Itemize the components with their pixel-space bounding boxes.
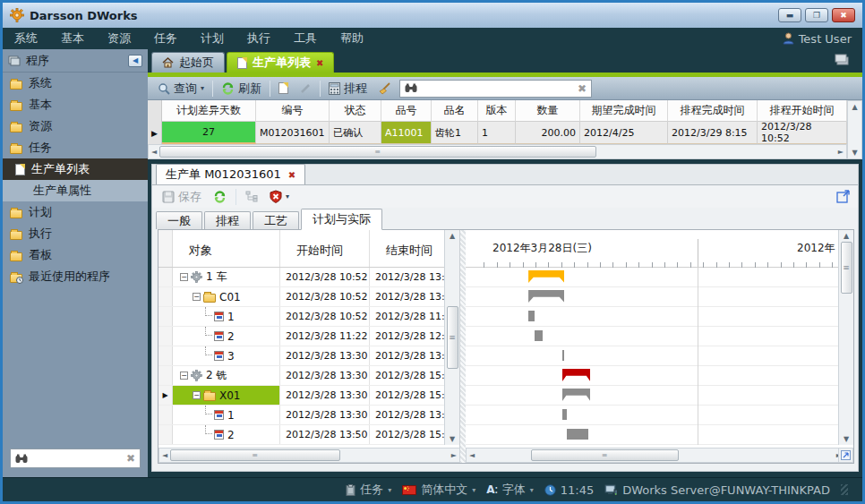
gantt-bar-C01[interactable]: [528, 290, 564, 303]
clear-search-icon[interactable]: ✖: [126, 452, 135, 465]
tree-column-开始时间[interactable]: 开始时间: [280, 230, 370, 267]
sidebar-item-资源[interactable]: 资源: [3, 115, 148, 137]
tree-row[interactable]: −C01 2012/3/28 10:52 2012/3/28 13:40: [158, 287, 459, 307]
column-header-排程完成时间[interactable]: 排程完成时间: [668, 100, 758, 122]
grid-cell-期望完成时间[interactable]: 2012/4/25: [580, 122, 668, 144]
sidebar-item-基本[interactable]: 基本: [3, 94, 148, 115]
clear-filter-icon[interactable]: ✖: [578, 82, 587, 95]
subtab-排程[interactable]: 排程: [204, 211, 251, 229]
menu-item-执行[interactable]: 执行: [236, 31, 282, 45]
menu-item-系统[interactable]: 系统: [3, 31, 49, 45]
menu-item-工具[interactable]: 工具: [282, 31, 329, 45]
grid-cell-数量[interactable]: 200.00: [516, 122, 580, 144]
expander-icon[interactable]: −: [180, 372, 188, 380]
new-button[interactable]: [276, 81, 291, 95]
grid-cell-品名[interactable]: 齿轮1: [432, 122, 478, 144]
menu-item-基本[interactable]: 基本: [49, 31, 96, 45]
tree-row[interactable]: 3 2012/3/28 13:30 2012/3/28 13:40: [158, 346, 459, 366]
column-header-数量[interactable]: 数量: [516, 100, 580, 122]
save-button[interactable]: 保存: [159, 188, 204, 206]
tree-cell-object[interactable]: −1 车: [173, 268, 280, 286]
grid-vertical-scrollbar[interactable]: ▲▼: [847, 100, 862, 159]
detail-document-tab[interactable]: 生产单 M012031601 ✖: [156, 164, 305, 184]
tree-cell-object[interactable]: 1: [173, 307, 280, 326]
grid-data-row[interactable]: ▶27M012031601已确认A11001齿轮11200.002012/4/2…: [148, 122, 847, 144]
grid-cell-排程完成时间[interactable]: 2012/3/29 8:15: [668, 122, 758, 144]
gantt-popout-button[interactable]: [838, 448, 853, 463]
subtab-一般[interactable]: 一般: [156, 211, 202, 229]
detail-refresh-button[interactable]: [210, 189, 229, 204]
schedule-button[interactable]: 排程: [326, 80, 370, 98]
menu-item-帮助[interactable]: 帮助: [329, 31, 375, 45]
sidebar-item-系统[interactable]: 系统: [3, 73, 148, 94]
filter-search-box[interactable]: ✖: [399, 80, 592, 98]
menu-item-任务[interactable]: 任务: [142, 31, 189, 45]
gantt-horizontal-scrollbar[interactable]: ◄ ≡ ►: [466, 448, 845, 463]
tree-row[interactable]: 2 2012/3/28 11:22 2012/3/28 12:00: [158, 327, 459, 346]
expander-icon[interactable]: −: [193, 391, 201, 399]
grid-cell-版本[interactable]: 1: [478, 122, 516, 144]
column-header-版本[interactable]: 版本: [478, 100, 516, 122]
tab-起始页[interactable]: 起始页: [151, 52, 225, 73]
gantt-bar-X01[interactable]: [562, 389, 590, 401]
tree-row[interactable]: −2 铣 2012/3/28 13:30 2012/3/28 15:40: [158, 366, 459, 386]
sidebar-item-执行[interactable]: 执行: [3, 223, 148, 244]
grid-cell-编号[interactable]: M012031601: [256, 122, 330, 144]
task-dropdown-icon[interactable]: ▾: [388, 486, 391, 494]
tree-cell-object[interactable]: −X01: [173, 386, 280, 405]
tree-row[interactable]: 1 2012/3/28 10:52 2012/3/28 11:22: [158, 307, 459, 327]
tree-cell-object[interactable]: 2: [173, 327, 280, 346]
detail-tab-close-icon[interactable]: ✖: [288, 170, 295, 180]
tree-vertical-scrollbar[interactable]: ▲≡▼: [444, 230, 459, 445]
grid-cell-计划差异天数[interactable]: 27: [162, 122, 256, 144]
sidebar-search-box[interactable]: ✖: [10, 448, 141, 468]
window-list-icon[interactable]: [835, 54, 850, 65]
sidebar-item-最近使用的程序[interactable]: 最近使用的程序: [3, 266, 148, 287]
tree-cell-object[interactable]: 3: [173, 346, 280, 365]
close-button[interactable]: ✖: [832, 8, 855, 22]
column-header-期望完成时间[interactable]: 期望完成时间: [580, 100, 668, 122]
grid-cell-排程开始时间[interactable]: 2012/3/28 10:52: [758, 122, 847, 144]
language-menu[interactable]: 简体中文 ▾: [402, 482, 475, 498]
sidebar-item-看板[interactable]: 看板: [3, 244, 148, 266]
tab-生产单列表[interactable]: 生产单列表✖: [227, 52, 334, 73]
sidebar-item-生产单属性[interactable]: 生产单属性: [3, 180, 148, 201]
gantt-bar-1[interactable]: [528, 311, 535, 321]
column-header-品名[interactable]: 品名: [432, 100, 478, 122]
subtab-计划与实际[interactable]: 计划与实际: [301, 209, 382, 230]
sidebar-item-任务[interactable]: 任务: [3, 137, 148, 158]
font-dropdown-icon[interactable]: ▾: [530, 486, 534, 494]
user-indicator[interactable]: Test User: [783, 32, 852, 46]
gantt-bar-1[interactable]: [562, 409, 567, 420]
grid-cell-品号[interactable]: A11001: [381, 122, 432, 144]
grid-cell-状态[interactable]: 已确认: [330, 122, 381, 144]
column-header-计划差异天数[interactable]: 计划差异天数: [162, 100, 256, 122]
tree-horizontal-scrollbar[interactable]: ◄ ≡ ►: [158, 448, 460, 463]
edit-button[interactable]: [296, 81, 314, 96]
tree-cell-object[interactable]: 2: [173, 425, 280, 444]
tree-row[interactable]: −1 车 2012/3/28 10:52 2012/3/28 13:40: [158, 268, 459, 287]
sidebar-item-生产单列表[interactable]: 生产单列表: [3, 158, 148, 180]
tree-cell-object[interactable]: 1: [173, 406, 280, 424]
tab-close-icon[interactable]: ✖: [316, 58, 323, 68]
tree-row[interactable]: 2 2012/3/28 13:50 2012/3/28 15:30: [158, 425, 459, 445]
column-header-状态[interactable]: 状态: [330, 100, 381, 122]
validate-button[interactable]: ▾: [267, 189, 292, 204]
clean-button[interactable]: [375, 81, 394, 96]
refresh-button[interactable]: 刷新: [218, 80, 264, 98]
sidebar-collapse-button[interactable]: ◀: [128, 55, 142, 67]
tree-column-对象[interactable]: 对象: [173, 230, 280, 267]
column-header-排程开始时间[interactable]: 排程开始时间: [758, 100, 847, 122]
subtab-工艺[interactable]: 工艺: [253, 211, 299, 229]
row-selector[interactable]: ▶: [148, 122, 162, 144]
query-button[interactable]: 查询 ▾: [155, 80, 207, 98]
column-header-编号[interactable]: 编号: [256, 100, 330, 122]
tree-row[interactable]: ▶ −X01 2012/3/28 13:30 2012/3/28 15:40: [158, 386, 459, 406]
tree-cell-object[interactable]: −2 铣: [173, 366, 280, 385]
popout-window-icon[interactable]: [836, 190, 851, 203]
column-header-品号[interactable]: 品号: [381, 100, 432, 122]
minimize-button[interactable]: ▬: [778, 8, 801, 22]
menu-item-计划[interactable]: 计划: [189, 31, 236, 45]
gantt-vertical-scrollbar[interactable]: ▲≡ ▼: [838, 230, 853, 445]
tree-cell-object[interactable]: −C01: [173, 287, 280, 306]
